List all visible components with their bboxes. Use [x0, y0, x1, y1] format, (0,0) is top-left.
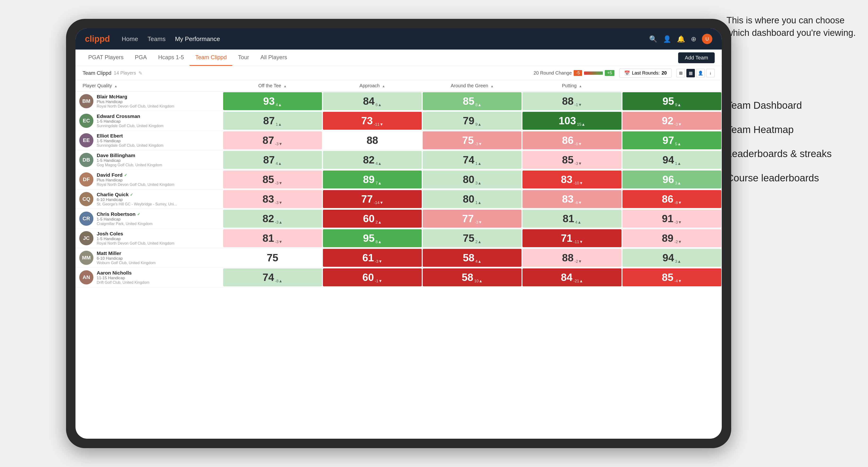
player-avatar: JC [79, 231, 93, 245]
score-box: 83 -3▼ [223, 190, 322, 208]
team-bar: Team Clippd 14 Players ✎ 20 Round Change… [75, 66, 722, 80]
col-header-player[interactable]: Player Quality ▲ [75, 80, 223, 92]
score-cell: 92 -3▼ [622, 111, 722, 131]
score-cell: 74 1▲ [422, 150, 522, 170]
player-info: DF David Ford ✓ Plus Handicap Royal Nort… [79, 172, 219, 187]
player-info: MM Matt Miller 6-10 Handicap Woburn Golf… [79, 250, 219, 265]
player-cell: JC Josh Coles 1-5 Handicap Royal North D… [75, 228, 223, 248]
add-team-button[interactable]: Add Team [678, 52, 715, 63]
score-value: 93 [263, 95, 275, 107]
player-name[interactable]: David Ford ✓ [97, 172, 219, 178]
dashboard-option[interactable]: Team Dashboard [726, 99, 859, 112]
nav-link-myperformance[interactable]: My Performance [175, 35, 220, 43]
score-value: 84 [561, 272, 572, 283]
user-icon[interactable]: 👤 [663, 35, 671, 43]
player-name[interactable]: Edward Crossman [97, 114, 219, 119]
grid-view-button[interactable]: ⊞ [677, 69, 685, 77]
player-name[interactable]: Aaron Nicholls [97, 270, 219, 276]
last-rounds-button[interactable]: 📅 Last Rounds: 20 [619, 69, 672, 77]
nav-link-teams[interactable]: Teams [148, 35, 165, 43]
tab-pga[interactable]: PGA [129, 50, 153, 66]
verified-icon: ✓ [130, 192, 133, 197]
score-value: 89 [363, 174, 375, 185]
col-header-around-green[interactable]: Around the Green ▲ [422, 80, 522, 92]
player-name[interactable]: Matt Miller [97, 250, 219, 256]
score-cell: 91 -3▼ [622, 209, 722, 228]
score-box: 75 [223, 249, 322, 267]
player-name[interactable]: Chris Robertson ✓ [97, 211, 219, 217]
avatar[interactable]: U [702, 34, 712, 44]
settings-icon[interactable]: ⊕ [691, 35, 696, 43]
player-hcp: Plus Handicap [97, 99, 219, 104]
score-cell: 87 -3▼ [223, 131, 322, 150]
score-cell: 77 -14▼ [322, 189, 422, 209]
tab-all-players[interactable]: All Players [255, 50, 293, 66]
tab-tour[interactable]: Tour [232, 50, 255, 66]
bell-icon[interactable]: 🔔 [677, 35, 685, 43]
col-header-putting[interactable]: Putting ▲ [522, 80, 622, 92]
sub-nav: PGAT Players PGA Hcaps 1-5 Team Clippd T… [75, 50, 722, 66]
tab-hcaps[interactable]: Hcaps 1-5 [153, 50, 190, 66]
score-cell: 83 -6▼ [522, 189, 622, 209]
score-box: 71 -11▼ [522, 229, 621, 247]
player-name[interactable]: Josh Coles [97, 231, 219, 237]
table-header: Player Quality ▲ Off the Tee ▲ Approach … [75, 80, 722, 92]
score-box: 80 1▲ [423, 190, 522, 208]
score-delta: -3▼ [674, 220, 682, 228]
score-value: 85 [562, 154, 574, 166]
col-header-off-tee[interactable]: Off the Tee ▲ [223, 80, 322, 92]
export-button[interactable]: ↓ [706, 69, 715, 77]
score-box: 82 4▲ [323, 151, 422, 169]
search-icon[interactable]: 🔍 [649, 35, 657, 43]
player-name[interactable]: Charlie Quick ✓ [97, 192, 219, 197]
player-club: Sunningdale Golf Club, United Kingdom [97, 144, 219, 148]
score-delta: -4▼ [674, 279, 682, 286]
score-cell: 71 -11▼ [522, 228, 622, 248]
score-box: 94 1▲ [622, 151, 721, 169]
score-box: 91 -3▼ [622, 210, 721, 228]
player-name[interactable]: Blair McHarg [97, 94, 219, 99]
score-cell: 94 3▲ [622, 248, 722, 268]
tab-pgat-players[interactable]: PGAT Players [83, 50, 129, 66]
dashboard-option[interactable]: Team Heatmap [726, 123, 859, 136]
player-avatar: EE [79, 133, 93, 148]
score-cell: 82 -3▲ [223, 209, 322, 228]
col-header-approach[interactable]: Approach ▲ [322, 80, 422, 92]
score-cell: 85 -4▼ [622, 268, 722, 287]
score-cell: 75 [223, 248, 322, 268]
dashboard-option[interactable]: Course leaderboards [726, 172, 859, 185]
player-club: Woburn Golf Club, United Kingdom [97, 261, 219, 265]
player-hcp: Plus Handicap [97, 178, 219, 183]
score-cell: 103 15▲ [522, 111, 622, 131]
player-details: Edward Crossman 1-5 Handicap Sunningdale… [97, 114, 219, 128]
heatmap-view-button[interactable]: ▦ [686, 69, 695, 77]
nav-icons: 🔍 👤 🔔 ⊕ U [649, 34, 712, 44]
score-box: 58 4▲ [423, 249, 522, 267]
tab-team-clippd[interactable]: Team Clippd [190, 50, 232, 66]
score-delta: -8▼ [674, 200, 682, 208]
player-hcp: 1-5 Handicap [97, 158, 219, 163]
player-name[interactable]: Elliot Ebert [97, 133, 219, 139]
score-cell: 85 -3▼ [223, 170, 322, 189]
score-cell: 95 9▲ [622, 92, 722, 111]
score-cell: 93 4▲ [223, 92, 322, 111]
calendar-icon: 📅 [624, 70, 630, 76]
dashboard-option[interactable]: Leaderboards & streaks [726, 148, 859, 160]
score-delta: -11▼ [574, 240, 583, 247]
player-name[interactable]: Dave Billingham [97, 153, 219, 158]
score-box: 60 -1▼ [323, 269, 422, 286]
score-cell: 87 1▲ [223, 111, 322, 131]
edit-icon[interactable]: ✎ [138, 70, 143, 76]
score-cell: 86 -6▼ [522, 131, 622, 150]
person-view-button[interactable]: 👤 [696, 69, 705, 77]
team-controls: 20 Round Change -5 +5 📅 Last Rounds: 20 … [533, 69, 715, 77]
score-value: 60 [363, 213, 375, 224]
nav-link-home[interactable]: Home [122, 35, 138, 43]
score-value: 88 [367, 134, 378, 146]
player-avatar: CQ [79, 192, 93, 206]
score-value: 88 [562, 252, 574, 264]
table-row: CQ Charlie Quick ✓ 6-10 Handicap St. Geo… [75, 189, 722, 209]
score-value: 103 [559, 115, 576, 127]
score-box: 94 3▲ [622, 249, 721, 267]
team-name: Team Clippd 14 Players ✎ [83, 70, 143, 76]
